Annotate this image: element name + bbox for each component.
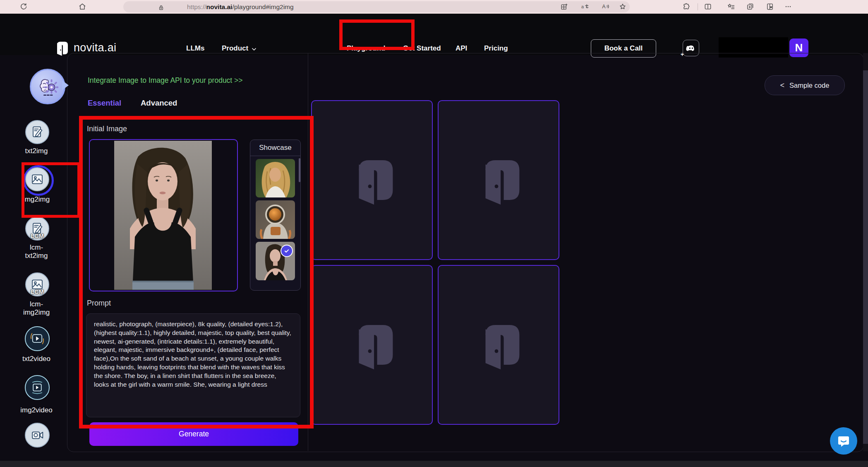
novita-logo-icon[interactable] xyxy=(53,40,70,58)
sidebar-label-lcm-img2img[interactable]: lcm-img2img xyxy=(21,300,52,317)
collections-add-icon[interactable] xyxy=(745,1,755,12)
chat-widget-button[interactable] xyxy=(830,427,857,455)
brand-name[interactable]: novita.ai xyxy=(74,41,116,54)
sidebar-item-lcm-img2img[interactable]: LCM xyxy=(25,272,49,296)
home-icon[interactable] xyxy=(77,1,88,12)
url-domain: novita.ai xyxy=(206,3,233,11)
favorites-list-icon[interactable] xyxy=(726,1,736,12)
bottom-strip xyxy=(0,461,868,467)
sidebar-label-img2video[interactable]: img2video xyxy=(10,406,63,414)
prompt-input[interactable]: realistic, photograph, (masterpiece), 8k… xyxy=(86,313,300,417)
nav-item-api[interactable]: API xyxy=(456,44,467,53)
read-aloud-icon[interactable]: A xyxy=(600,1,611,12)
sidebar-item-img2img[interactable] xyxy=(25,167,49,191)
showcase-thumb-astronaut[interactable] xyxy=(256,200,295,239)
url-path: /playground#img2img xyxy=(232,3,293,11)
site-header: novita.ai LLMs Product Playground Get St… xyxy=(0,14,868,55)
browser-essentials-icon[interactable] xyxy=(765,1,775,12)
apps-grid-icon[interactable] xyxy=(559,1,569,12)
selected-check-icon xyxy=(281,245,293,257)
showcase-scrollbar-thumb[interactable] xyxy=(299,158,300,182)
sidebar-playground-logo-icon[interactable] xyxy=(30,69,65,104)
discord-icon xyxy=(686,43,696,53)
initial-image-photo xyxy=(114,141,212,288)
browser-toolbar: https://novita.ai/playground#img2img a A xyxy=(0,0,868,14)
sidebar-item-txt2img[interactable] xyxy=(25,120,49,144)
result-placeholder-tile xyxy=(311,100,433,260)
svg-text:A: A xyxy=(602,4,606,10)
showcase-panel: Showcase xyxy=(250,140,301,291)
sidebar-item-txt2video[interactable] xyxy=(25,326,50,351)
sample-code-label: Sample code xyxy=(789,82,829,89)
novita-door-icon xyxy=(472,319,525,371)
sidebar-label-img2img[interactable]: img2img xyxy=(10,195,63,204)
refresh-icon[interactable] xyxy=(18,1,29,12)
translate-icon[interactable]: a xyxy=(580,1,591,12)
result-placeholder-tile xyxy=(438,265,559,425)
showcase-thumb-dark-haired-woman[interactable] xyxy=(256,242,295,280)
sidebar-label-lcm-txt2img[interactable]: lcm-txt2img xyxy=(21,243,52,260)
prompt-label: Prompt xyxy=(87,299,111,308)
panel-divider xyxy=(308,53,308,451)
initial-image-upload[interactable] xyxy=(89,139,238,291)
integrate-api-link[interactable]: Integrate Image to Image API to your pro… xyxy=(88,76,243,85)
nav-item-pricing[interactable]: Pricing xyxy=(484,44,508,53)
favorite-star-icon[interactable] xyxy=(617,1,628,12)
url-scheme: https:// xyxy=(187,3,206,11)
split-screen-icon[interactable] xyxy=(703,1,713,12)
novita-door-icon xyxy=(472,154,525,206)
url-text[interactable]: https://novita.ai/playground#img2img xyxy=(187,1,294,12)
showcase-title: Showcase xyxy=(250,140,300,156)
extensions-icon[interactable] xyxy=(681,1,692,12)
nav-item-get-started[interactable]: Get Started xyxy=(403,44,441,53)
initial-image-label: Initial Image xyxy=(87,125,127,133)
sidebar-label-txt2img[interactable]: txt2img xyxy=(10,147,63,155)
result-placeholder-tile xyxy=(311,265,433,425)
svg-text:a: a xyxy=(581,4,584,9)
tab-essential[interactable]: Essential xyxy=(88,99,121,108)
novita-door-icon xyxy=(346,154,398,206)
generate-button[interactable]: Generate xyxy=(89,422,298,446)
chat-bubble-icon xyxy=(837,434,851,448)
lock-icon[interactable] xyxy=(156,2,166,13)
sidebar-label-txt2video[interactable]: txt2video xyxy=(10,355,63,363)
screen: https://novita.ai/playground#img2img a A xyxy=(0,0,868,467)
result-placeholder-tile xyxy=(438,100,559,260)
sidebar-item-img2video[interactable] xyxy=(25,375,50,400)
chevron-left-icon: < xyxy=(780,81,785,90)
sidebar-pointer-icon xyxy=(62,80,69,90)
nav-item-llms[interactable]: LLMs xyxy=(186,44,204,53)
page-scrollbar-thumb[interactable] xyxy=(863,70,868,444)
sidebar-item-extra[interactable] xyxy=(25,423,50,448)
toolbar-divider xyxy=(698,3,698,10)
showcase-thumb-blonde-woman[interactable] xyxy=(256,159,295,197)
nav-item-playground[interactable]: Playground xyxy=(347,44,386,53)
nav-item-product[interactable]: Product xyxy=(222,44,248,53)
tab-advanced[interactable]: Advanced xyxy=(141,99,177,108)
sample-code-button[interactable]: < Sample code xyxy=(765,75,845,95)
more-menu-icon[interactable] xyxy=(783,1,794,12)
novita-door-icon xyxy=(346,319,398,371)
sidebar-item-lcm-txt2img[interactable]: LCM xyxy=(25,217,49,241)
